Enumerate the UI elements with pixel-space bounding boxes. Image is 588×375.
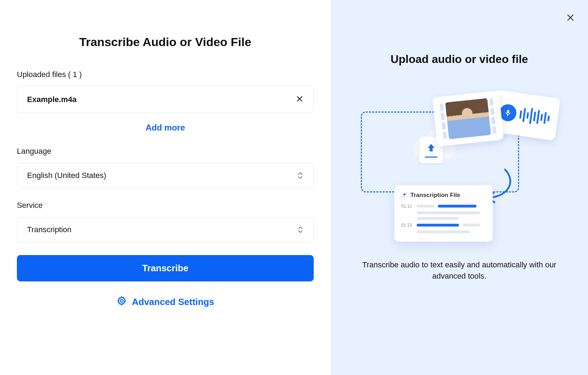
info-caption: Transcribe audio to text easily and auto… [354,259,565,282]
illustration: Transcription File 01:12 01:13 [361,87,558,242]
sparkle-icon [401,192,408,198]
video-card [432,90,504,146]
info-title: Upload audio or video file [390,53,528,66]
add-more-button[interactable]: Add more [17,123,314,133]
chevron-updown-icon [297,171,303,180]
info-pane: Upload audio or video file [331,0,588,375]
close-dialog-button[interactable] [563,11,577,25]
gear-icon [116,295,127,309]
language-value: English (United States) [27,171,106,180]
language-label: Language [17,147,314,156]
uploaded-file-chip: Example.m4a [17,86,314,113]
service-label: Service [17,201,314,210]
video-thumbnail [445,98,491,139]
waveform-icon [518,106,550,127]
advanced-settings-label: Advanced Settings [132,297,214,307]
transcription-card: Transcription File 01:12 01:13 [394,185,493,242]
close-icon [296,95,303,103]
service-select[interactable]: Transcription [17,217,314,242]
svg-rect-5 [507,110,509,114]
svg-point-8 [402,197,403,197]
uploaded-files-label: Uploaded files ( 1 ) [17,70,314,79]
chevron-updown-icon [297,225,303,234]
uploaded-files-count: ( 1 ) [68,70,82,79]
service-value: Transcription [27,225,71,234]
remove-file-button[interactable] [296,95,303,104]
close-icon [566,13,575,22]
language-select[interactable]: English (United States) [17,163,314,188]
upload-arrow-icon [425,142,437,154]
uploaded-file-name: Example.m4a [27,95,77,104]
timestamp-2: 01:13 [401,223,413,228]
advanced-settings-button[interactable]: Advanced Settings [17,295,314,309]
svg-point-2 [120,299,123,302]
uploaded-files-label-text: Uploaded files [17,70,66,79]
transcription-card-title: Transcription File [410,192,460,199]
transcribe-button[interactable]: Transcribe [17,255,314,281]
svg-line-6 [507,115,508,116]
timestamp-1: 01:12 [401,204,413,209]
svg-point-7 [406,193,407,194]
page-title: Transcribe Audio or Video File [17,35,314,49]
form-pane: Transcribe Audio or Video File Uploaded … [0,0,331,375]
